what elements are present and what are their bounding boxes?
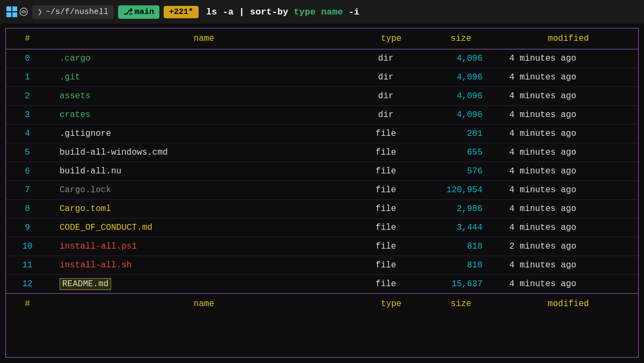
path-text: ~/s/f/nushell — [46, 8, 108, 17]
table-row: 10install-all.ps1file8182 minutes ago — [6, 237, 638, 256]
cell-modified: 4 minutes ago — [499, 181, 638, 200]
cell-name: assets — [49, 87, 359, 106]
terminal-icon — [19, 8, 28, 16]
titlebar: ❯ ~/s/f/nushell ⎇ main +221* ls -a | sor… — [0, 0, 644, 24]
col-footer-type: type — [359, 294, 423, 315]
cell-modified: 4 minutes ago — [499, 143, 638, 162]
cell-size: 4,096 — [423, 49, 499, 68]
changes-text: +221* — [169, 8, 193, 17]
cell-size: 818 — [423, 237, 499, 256]
cell-index: 2 — [6, 87, 49, 106]
table-row: 8Cargo.tomlfile2,9864 minutes ago — [6, 200, 638, 219]
cell-index: 4 — [6, 125, 49, 143]
col-footer-size: size — [423, 294, 499, 315]
command-display: ls -a | sort-by type name -i — [206, 7, 360, 17]
cmd-name: name — [321, 7, 343, 17]
cell-name: Cargo.lock — [49, 181, 359, 200]
file-table: # name type size modified 0.cargodir4,09… — [6, 28, 638, 314]
col-header-modified: modified — [499, 28, 638, 49]
cell-size: 4,096 — [423, 106, 499, 125]
svg-rect-2 — [6, 12, 11, 17]
cell-type: dir — [359, 68, 423, 87]
cell-name: crates — [49, 106, 359, 125]
table-header-row: # name type size modified — [6, 28, 638, 49]
cell-index: 0 — [6, 49, 49, 68]
cell-type: file — [359, 200, 423, 219]
svg-point-4 — [20, 8, 27, 16]
table-row: 9CODE_OF_CONDUCT.mdfile3,4444 minutes ag… — [6, 219, 638, 237]
changes-badge: +221* — [164, 6, 199, 18]
window-icon — [6, 6, 28, 17]
cell-index: 1 — [6, 68, 49, 87]
cell-name: CODE_OF_CONDUCT.md — [49, 219, 359, 237]
cell-index: 11 — [6, 256, 49, 275]
col-header-type: type — [359, 28, 423, 49]
cell-size: 3,444 — [423, 219, 499, 237]
cell-modified: 4 minutes ago — [499, 87, 638, 106]
cell-type: file — [359, 162, 423, 181]
cell-type: file — [359, 125, 423, 143]
table-footer-row: # name type size modified — [6, 294, 638, 315]
cell-modified: 4 minutes ago — [499, 200, 638, 219]
windows-icon — [6, 6, 17, 17]
col-header-size: size — [423, 28, 499, 49]
col-header-index: # — [6, 28, 49, 49]
cell-size: 15,637 — [423, 275, 499, 294]
cell-modified: 2 minutes ago — [499, 237, 638, 256]
table-row: 5build-all-windows.cmdfile6554 minutes a… — [6, 143, 638, 162]
cmd-ls: ls -a — [206, 7, 233, 17]
cmd-flag: -i — [348, 7, 359, 17]
cell-size: 281 — [423, 125, 499, 143]
cell-index: 12 — [6, 275, 49, 294]
cell-index: 9 — [6, 219, 49, 237]
cell-modified: 4 minutes ago — [499, 275, 638, 294]
branch-name: main — [135, 8, 154, 17]
cell-name: build-all.nu — [49, 162, 359, 181]
cell-modified: 4 minutes ago — [499, 125, 638, 143]
table-row: 7Cargo.lockfile120,9544 minutes ago — [6, 181, 638, 200]
cell-type: file — [359, 256, 423, 275]
cell-size: 4,096 — [423, 68, 499, 87]
cell-type: file — [359, 219, 423, 237]
cell-name: install-all.ps1 — [49, 237, 359, 256]
cell-index: 6 — [6, 162, 49, 181]
cell-size: 576 — [423, 162, 499, 181]
cmd-sortby: sort-by — [250, 7, 288, 17]
svg-rect-1 — [12, 6, 17, 11]
main-content: # name type size modified 0.cargodir4,09… — [0, 24, 644, 363]
cell-type: file — [359, 275, 423, 294]
cell-type: dir — [359, 106, 423, 125]
col-header-name: name — [49, 28, 359, 49]
table-row: 12README.mdfile15,6374 minutes ago — [6, 275, 638, 294]
table-container: # name type size modified 0.cargodir4,09… — [5, 28, 639, 358]
git-branch-icon: ⎇ — [123, 7, 133, 17]
cell-name: .git — [49, 68, 359, 87]
cell-modified: 4 minutes ago — [499, 256, 638, 275]
cell-index: 7 — [6, 181, 49, 200]
cell-name: Cargo.toml — [49, 200, 359, 219]
table-row: 3cratesdir4,0964 minutes ago — [6, 106, 638, 125]
cell-size: 655 — [423, 143, 499, 162]
table-row: 0.cargodir4,0964 minutes ago — [6, 49, 638, 68]
cell-modified: 4 minutes ago — [499, 49, 638, 68]
cell-index: 8 — [6, 200, 49, 219]
folder-icon: ❯ — [38, 7, 42, 17]
cell-index: 5 — [6, 143, 49, 162]
cell-name: build-all-windows.cmd — [49, 143, 359, 162]
cell-size: 818 — [423, 256, 499, 275]
cell-name: install-all.sh — [49, 256, 359, 275]
table-row: 2assetsdir4,0964 minutes ago — [6, 87, 638, 106]
path-display: ❯ ~/s/f/nushell — [32, 5, 114, 19]
cell-modified: 4 minutes ago — [499, 106, 638, 125]
cell-modified: 4 minutes ago — [499, 68, 638, 87]
cell-type: dir — [359, 87, 423, 106]
cell-index: 10 — [6, 237, 49, 256]
col-footer-index: # — [6, 294, 49, 315]
cell-size: 2,986 — [423, 200, 499, 219]
cell-name: .cargo — [49, 49, 359, 68]
table-row: 1.gitdir4,0964 minutes ago — [6, 68, 638, 87]
cell-name: .gitignore — [49, 125, 359, 143]
git-branch-badge: ⎇ main — [118, 5, 159, 19]
svg-rect-0 — [6, 6, 11, 11]
cmd-type: type — [294, 7, 316, 17]
